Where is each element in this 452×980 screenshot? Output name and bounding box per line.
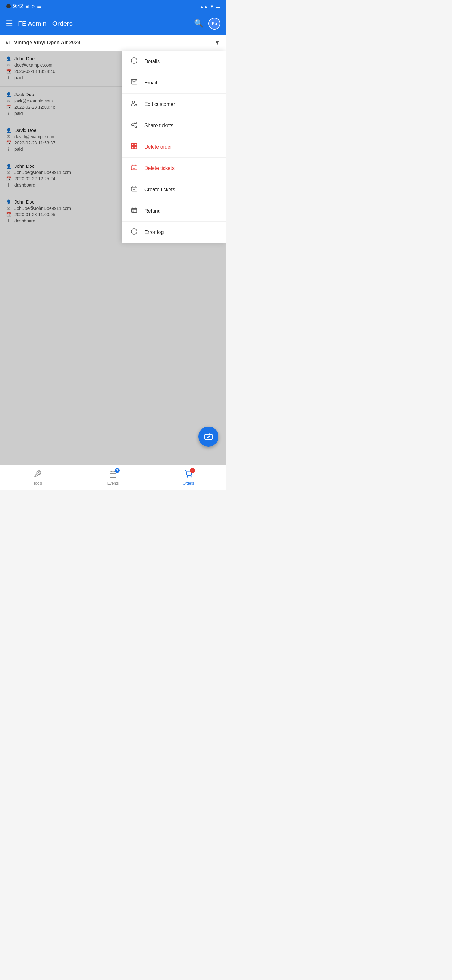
tools-icon <box>33 470 42 480</box>
svg-point-4 <box>132 101 135 103</box>
menu-item-details[interactable]: Details <box>122 51 226 72</box>
orders-badge: 5 <box>190 468 195 473</box>
menu-item-refund[interactable]: Refund <box>122 200 226 222</box>
menu-item-edit-customer[interactable]: Edit customer <box>122 94 226 115</box>
menu-label-details: Details <box>144 59 160 64</box>
main-content: 👤 John Doe ✉ doe@example.com 📅 2023-02-1… <box>0 51 226 478</box>
info-circle-icon <box>130 57 138 66</box>
menu-button[interactable]: ☰ <box>6 19 13 29</box>
app-bar: ☰ FE Admin - Orders 🔍 Fa <box>0 13 226 35</box>
events-badge: 3 <box>114 468 120 473</box>
nav-label-events: Events <box>107 481 119 485</box>
menu-item-error-log[interactable]: Error log <box>122 222 226 243</box>
bottom-nav: Tools 3 Events <box>0 465 226 490</box>
menu-label-delete-order: Delete order <box>144 144 172 150</box>
nav-label-tools: Tools <box>33 481 42 485</box>
create-tickets-icon <box>130 185 138 194</box>
svg-point-5 <box>135 122 137 124</box>
avatar[interactable]: Fa <box>208 18 220 30</box>
svg-point-6 <box>132 124 133 126</box>
wifi-icon: ▼ <box>210 4 214 9</box>
app-title: FE Admin - Orders <box>18 20 189 27</box>
menu-label-refund: Refund <box>144 208 161 214</box>
svg-rect-16 <box>131 166 137 170</box>
edit-customer-icon <box>130 100 138 108</box>
share-icon <box>130 121 138 130</box>
signal-icon: ▲▲ <box>200 4 208 9</box>
menu-label-create-tickets: Create tickets <box>144 187 175 192</box>
status-msg-icon: ▬ <box>37 4 41 8</box>
venue-name: Vintage Vinyl Open Air 2023 <box>14 40 80 45</box>
menu-label-edit-customer: Edit customer <box>144 102 175 107</box>
status-sim-icon: ▣ <box>25 4 29 8</box>
status-android-icon: ⚙ <box>32 4 35 8</box>
svg-line-8 <box>133 125 135 126</box>
venue-label: #1 Vintage Vinyl Open Air 2023 <box>6 40 214 46</box>
battery-icon: ▬ <box>216 4 220 9</box>
menu-item-share-tickets[interactable]: Share tickets <box>122 115 226 136</box>
error-log-icon <box>130 228 138 237</box>
context-menu: Details Email Edit customer <box>122 51 226 243</box>
search-button[interactable]: 🔍 <box>194 19 203 28</box>
nav-item-tools[interactable]: Tools <box>0 470 75 485</box>
menu-label-share-tickets: Share tickets <box>144 123 173 129</box>
delete-order-icon <box>130 143 138 151</box>
delete-tickets-icon <box>130 164 138 172</box>
menu-label-delete-tickets: Delete tickets <box>144 165 174 171</box>
svg-point-40 <box>187 476 188 477</box>
status-bar: 9:42 ▣ ⚙ ▬ ▲▲ ▼ ▬ <box>0 0 226 13</box>
fab-button[interactable] <box>198 426 219 447</box>
svg-point-41 <box>191 476 192 477</box>
nav-item-events[interactable]: 3 Events <box>75 470 151 485</box>
menu-item-delete-order[interactable]: Delete order <box>122 136 226 158</box>
svg-line-9 <box>133 123 135 124</box>
refund-icon <box>130 207 138 215</box>
menu-label-email: Email <box>144 80 157 86</box>
venue-number: #1 <box>6 40 11 45</box>
venue-dropdown[interactable]: #1 Vintage Vinyl Open Air 2023 ▼ <box>0 35 226 51</box>
menu-label-error-log: Error log <box>144 230 163 235</box>
status-circle <box>6 4 11 8</box>
svg-point-7 <box>135 126 137 128</box>
nav-item-orders[interactable]: 5 Orders <box>151 470 226 485</box>
menu-item-delete-tickets[interactable]: Delete tickets <box>122 158 226 179</box>
menu-item-create-tickets[interactable]: Create tickets <box>122 179 226 200</box>
dropdown-arrow-icon: ▼ <box>214 39 220 46</box>
status-time: 9:42 <box>13 3 23 9</box>
nav-label-orders: Orders <box>183 481 194 485</box>
menu-item-email[interactable]: Email <box>122 72 226 94</box>
email-envelope-icon <box>130 78 138 87</box>
